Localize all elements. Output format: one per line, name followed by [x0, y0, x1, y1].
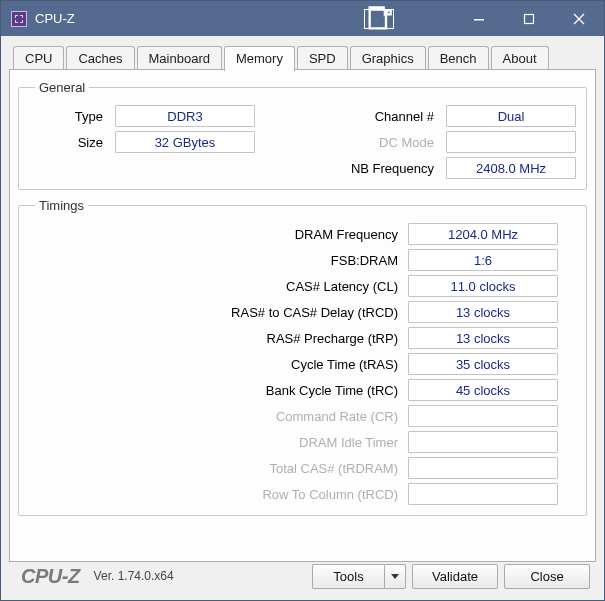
label-dcmode: DC Mode — [261, 135, 440, 150]
svg-rect-0 — [474, 19, 484, 21]
timing-value — [408, 405, 558, 427]
value-size: 32 GBytes — [115, 131, 255, 153]
timing-value: 1:6 — [408, 249, 558, 271]
timing-value: 11.0 clocks — [408, 275, 558, 297]
timing-label: FSB:DRAM — [35, 253, 398, 268]
tools-splitbutton: Tools — [312, 564, 406, 589]
tabstrip: CPU Caches Mainboard Memory SPD Graphics… — [9, 44, 596, 70]
timing-value: 13 clocks — [408, 327, 558, 349]
value-type: DDR3 — [115, 105, 255, 127]
group-timings-legend: Timings — [35, 198, 88, 213]
timing-label: RAS# Precharge (tRP) — [35, 331, 398, 346]
timing-label: Bank Cycle Time (tRC) — [35, 383, 398, 398]
validate-button[interactable]: Validate — [412, 564, 498, 589]
window-title: CPU-Z — [35, 11, 75, 26]
timing-label: DRAM Idle Timer — [35, 435, 398, 450]
brand-label: CPU-Z — [15, 565, 86, 588]
group-general: General Type DDR3 Channel # Dual Size 32… — [18, 80, 587, 190]
tab-bench[interactable]: Bench — [428, 46, 489, 70]
timing-label: CAS# Latency (CL) — [35, 279, 398, 294]
tab-mainboard[interactable]: Mainboard — [137, 46, 222, 70]
timing-value: 35 clocks — [408, 353, 558, 375]
minimize-button[interactable] — [454, 1, 504, 36]
value-channel: Dual — [446, 105, 576, 127]
label-nbfreq: NB Frequency — [261, 161, 440, 176]
timing-value — [408, 483, 558, 505]
label-size: Size — [29, 135, 109, 150]
footer: CPU-Z Ver. 1.74.0.x64 Tools Validate Clo… — [9, 562, 596, 592]
timing-value: 13 clocks — [408, 301, 558, 323]
tab-cpu[interactable]: CPU — [13, 46, 64, 70]
timing-value — [408, 431, 558, 453]
app-icon — [11, 11, 27, 27]
tab-memory[interactable]: Memory — [224, 46, 295, 71]
value-nbfreq: 2408.0 MHz — [446, 157, 576, 179]
tab-about[interactable]: About — [491, 46, 549, 70]
group-general-legend: General — [35, 80, 89, 95]
client-area: CPU Caches Mainboard Memory SPD Graphics… — [1, 36, 604, 600]
version-label: Ver. 1.74.0.x64 — [92, 569, 174, 583]
timing-label: RAS# to CAS# Delay (tRCD) — [35, 305, 398, 320]
timing-label: Cycle Time (tRAS) — [35, 357, 398, 372]
maximize-button[interactable] — [504, 1, 554, 36]
close-button[interactable]: Close — [504, 564, 590, 589]
svg-rect-1 — [525, 14, 534, 23]
value-dcmode — [446, 131, 576, 153]
app-window: CPU-Z CPU Caches Mainboard Memory SPD Gr… — [0, 0, 605, 601]
tab-graphics[interactable]: Graphics — [350, 46, 426, 70]
tools-button[interactable]: Tools — [312, 564, 384, 589]
titlebar: CPU-Z — [1, 1, 604, 36]
timing-value: 1204.0 MHz — [408, 223, 558, 245]
timing-label: Row To Column (tRCD) — [35, 487, 398, 502]
tools-dropdown-button[interactable] — [384, 564, 406, 589]
tab-caches[interactable]: Caches — [66, 46, 134, 70]
timing-value — [408, 457, 558, 479]
timing-label: Command Rate (CR) — [35, 409, 398, 424]
timing-label: DRAM Frequency — [35, 227, 398, 242]
titlebar-extra-button[interactable] — [364, 9, 394, 29]
close-window-button[interactable] — [554, 1, 604, 36]
group-timings: Timings DRAM Frequency1204.0 MHzFSB:DRAM… — [18, 198, 587, 516]
label-channel: Channel # — [261, 109, 440, 124]
label-type: Type — [29, 109, 109, 124]
tabpage-memory: General Type DDR3 Channel # Dual Size 32… — [9, 70, 596, 562]
timing-label: Total CAS# (tRDRAM) — [35, 461, 398, 476]
tab-spd[interactable]: SPD — [297, 46, 348, 70]
timing-value: 45 clocks — [408, 379, 558, 401]
